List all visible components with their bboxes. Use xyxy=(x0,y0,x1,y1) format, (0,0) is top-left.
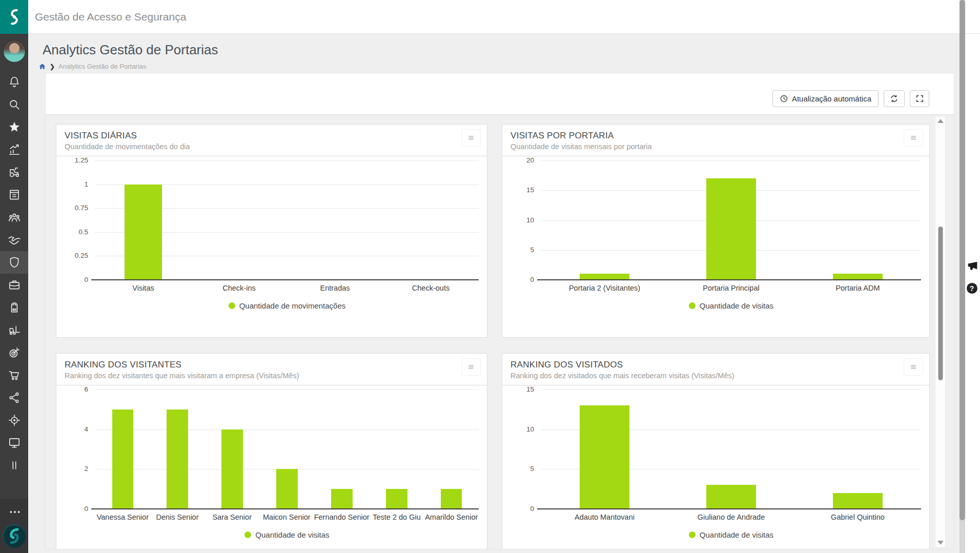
edge-widgets: ? xyxy=(965,259,978,294)
sidebar-item-share[interactable] xyxy=(0,386,28,409)
sidebar-item-monitor[interactable] xyxy=(0,432,28,454)
bar-visitas xyxy=(125,185,162,280)
x-axis-labels: Portaria 2 (Visitantes)Portaria Principa… xyxy=(541,284,921,292)
window-scrollbar[interactable] xyxy=(959,0,965,553)
help-icon[interactable]: ? xyxy=(967,283,977,294)
breadcrumb-current: Analytics Gestão de Portarias xyxy=(58,63,146,70)
app-title: Gestão de Acesso e Segurança xyxy=(35,11,186,23)
chart-title: VISITAS POR PORTARIA xyxy=(511,131,921,141)
sidebar-item-tractor[interactable] xyxy=(0,161,28,183)
sidebar-item-forklift[interactable] xyxy=(0,319,28,341)
chart-legend[interactable]: Quantidade de visitas xyxy=(541,301,921,310)
sidebar-item-cart[interactable] xyxy=(0,364,28,386)
auto-update-button[interactable]: Atualização automática xyxy=(772,90,879,107)
sidebar-item-crosshair[interactable] xyxy=(0,409,28,432)
avatar[interactable] xyxy=(3,40,26,63)
chart-line-icon xyxy=(8,143,21,156)
fullscreen-button[interactable] xyxy=(910,90,929,107)
bar-portaria-principal xyxy=(706,178,756,280)
refresh-button[interactable] xyxy=(884,90,905,107)
x-axis-labels: Adauto MantovaniGiuliano de AndradeGabri… xyxy=(541,513,921,521)
card-header: RANKING DOS VISITADOS Ranking dos dez vi… xyxy=(502,354,929,385)
dashboard-panel: Atualização automática VISITAS DIÁRI xyxy=(45,73,954,549)
chart-title: RANKING DOS VISITADOS xyxy=(511,360,921,370)
chart-card-visitas-diarias: VISITAS DIÁRIAS Quantidade de movimentaç… xyxy=(56,124,487,338)
x-axis-line xyxy=(91,279,479,280)
x-axis-label: Adauto Mantovani xyxy=(541,513,668,521)
chart-subtitle: Ranking dos dez visitantes que mais visi… xyxy=(65,372,479,380)
x-axis-label: Portaria 2 (Visitantes) xyxy=(541,284,668,292)
sidebar-item-pause[interactable] xyxy=(0,454,28,477)
bar-denis-senior xyxy=(167,409,188,509)
target-icon xyxy=(8,346,21,359)
chart-legend[interactable]: Quantidade de movimentações xyxy=(95,301,479,310)
menu-icon xyxy=(467,363,475,371)
app-logo xyxy=(0,0,28,34)
senior-logo-button[interactable] xyxy=(3,524,26,548)
bar-maicon-senior xyxy=(276,469,298,509)
forklift-icon xyxy=(8,323,21,337)
sidebar-item-people-group[interactable] xyxy=(0,206,28,229)
shield-icon xyxy=(8,256,21,269)
y-tick-label: 0 xyxy=(65,275,88,284)
legend-dot xyxy=(229,302,235,309)
chart-subtitle: Ranking dos dez visitados que mais receb… xyxy=(511,372,921,380)
sidebar-item-archive-box[interactable] xyxy=(0,183,28,206)
chart-menu-button[interactable] xyxy=(461,129,481,147)
gridline xyxy=(95,160,479,161)
gridline xyxy=(95,390,479,390)
sidebar-item-handshake[interactable] xyxy=(0,229,28,251)
sidebar-item-briefcase[interactable] xyxy=(0,274,28,296)
x-axis-label: Teste 2 do Giu xyxy=(370,513,424,521)
sidebar-item-search[interactable] xyxy=(0,93,28,116)
page-title: Analytics Gestão de Portarias xyxy=(43,42,959,58)
breadcrumb-separator-icon: ❯ xyxy=(50,63,55,70)
plot-area: 20151050 xyxy=(511,160,921,280)
megaphone-icon[interactable] xyxy=(966,259,978,272)
sidebar-item-chart-line[interactable] xyxy=(0,138,28,161)
bar-amarildo-senior xyxy=(441,489,462,509)
charts-grid: VISITAS DIÁRIAS Quantidade de movimentaç… xyxy=(46,115,954,549)
star-icon xyxy=(8,120,21,134)
sidebar-item-target[interactable] xyxy=(0,341,28,364)
y-tick-label: 15 xyxy=(511,385,534,394)
more-menu-button[interactable] xyxy=(0,503,28,520)
home-icon[interactable] xyxy=(38,63,46,70)
fullscreen-icon xyxy=(915,94,924,103)
gridline xyxy=(541,390,921,390)
card-header: VISITAS POR PORTARIA Quantidade de visit… xyxy=(502,125,929,156)
y-tick-label: 0.5 xyxy=(65,228,88,237)
y-tick-label: 0 xyxy=(65,504,88,514)
backpack-icon xyxy=(8,301,21,314)
x-axis-label: Denis Senior xyxy=(150,513,205,521)
senior-orb-icon xyxy=(3,524,26,548)
x-axis-line xyxy=(537,508,921,509)
x-axis-label: Portaria ADM xyxy=(794,284,921,292)
sidebar-item-shield[interactable] xyxy=(0,251,28,274)
window-scrollbar-thumb[interactable] xyxy=(959,0,965,520)
x-axis-label: Portaria Principal xyxy=(668,284,794,292)
crosshair-icon xyxy=(8,414,21,427)
x-axis-label: Check-ins xyxy=(191,284,287,292)
refresh-icon xyxy=(890,94,899,103)
panel-scrollbar[interactable] xyxy=(935,116,946,547)
sidebar-bottom xyxy=(0,499,28,553)
sidebar-item-star[interactable] xyxy=(0,116,28,138)
scroll-down-arrow[interactable] xyxy=(937,541,944,545)
sidebar-item-backpack[interactable] xyxy=(0,296,28,319)
chart-menu-button[interactable] xyxy=(904,358,923,376)
scroll-up-arrow[interactable] xyxy=(937,119,944,123)
y-tick-label: 20 xyxy=(511,156,534,165)
help-label: ? xyxy=(970,284,974,293)
chart-menu-button[interactable] xyxy=(904,129,923,147)
topbar: Gestão de Acesso e Segurança xyxy=(28,0,980,34)
monitor-icon xyxy=(8,436,21,449)
sidebar-item-bell[interactable] xyxy=(0,71,28,93)
chart-menu-button[interactable] xyxy=(461,358,481,376)
chart-legend[interactable]: Quantidade de visitas xyxy=(95,530,479,539)
auto-update-label: Atualização automática xyxy=(792,94,871,103)
y-tick-label: 5 xyxy=(511,464,534,474)
panel-scrollbar-thumb[interactable] xyxy=(938,227,943,380)
gridline xyxy=(541,160,921,161)
chart-legend[interactable]: Quantidade de visitas xyxy=(541,530,921,539)
